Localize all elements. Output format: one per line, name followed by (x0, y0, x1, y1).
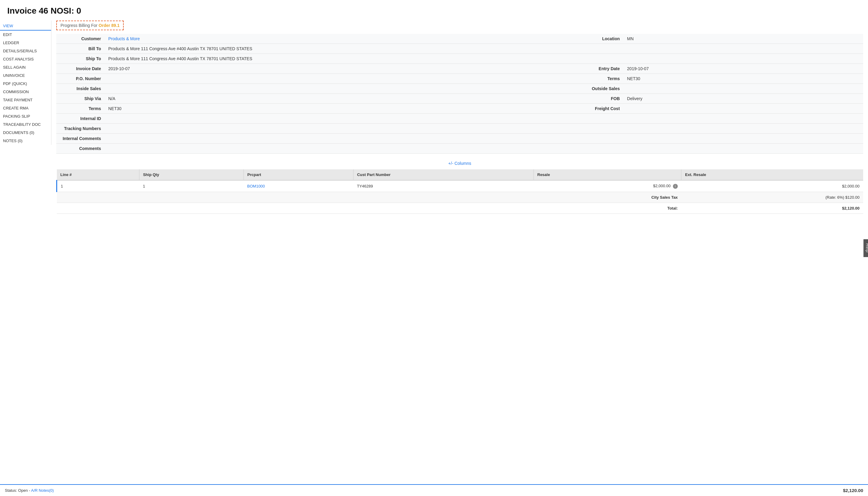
sales-row: Inside Sales Outside Sales (56, 84, 863, 94)
sidebar: VIEWEDITLEDGERDETAILS/SERIALSCOST ANALYS… (0, 20, 51, 496)
total-label: Total: (533, 203, 681, 214)
comments-label: Comments (56, 144, 105, 154)
fob-label: FOB (584, 94, 623, 104)
sidebar-item-create-rma[interactable]: CREATE RMA (0, 104, 51, 112)
col-header-line: Line # (57, 169, 139, 180)
cell-prcpart[interactable]: BOM1000 (244, 180, 353, 192)
po-number-row: P.O. Number Terms NET30 (56, 74, 863, 84)
ship-to-row: Ship To Products & More 111 Congress Ave… (56, 54, 863, 64)
tracking-numbers-value (105, 124, 863, 134)
ship-via-label: Ship Via (56, 94, 105, 104)
bill-to-label: Bill To (56, 44, 105, 54)
outside-sales-label: Outside Sales (584, 84, 623, 94)
sidebar-item-uninvoice[interactable]: UNINVOICE (0, 72, 51, 79)
col-header-resale: Resale (533, 169, 681, 180)
sidebar-item-pdf-quick[interactable]: PDF (QUICK) (0, 79, 51, 88)
internal-id-label: Internal ID (56, 114, 105, 124)
outside-sales-value (623, 84, 863, 94)
total-spacer (57, 203, 534, 214)
page-title: Invoice 46 NOSI: 0 (0, 0, 868, 20)
total-row: Total: $2,120.00 (57, 203, 864, 214)
tax-row: City Sales Tax (Rate: 6%) $120.00 (57, 192, 864, 203)
customer-label: Customer (56, 34, 105, 44)
invoice-date-label: Invoice Date (56, 64, 105, 74)
resale-info-icon[interactable]: i (673, 184, 678, 189)
cell-ext_resale: $2,000.00 (681, 180, 863, 192)
bill-to-value: Products & More 111 Congress Ave #400 Au… (105, 44, 863, 54)
col-header-prcpart: Prcpart (244, 169, 353, 180)
city-sales-tax-value: (Rate: 6%) $120.00 (681, 192, 863, 203)
freight-cost-value (623, 104, 863, 114)
customer-value[interactable]: Products & More (105, 34, 584, 44)
terms-label-right: Terms (584, 74, 623, 84)
ship-to-label: Ship To (56, 54, 105, 64)
terms-value: NET30 (105, 104, 584, 114)
internal-id-value (105, 114, 863, 124)
table-header-row: Line #Ship QtyPrcpartCust Part NumberRes… (57, 169, 864, 180)
help-tab[interactable]: Help (864, 239, 868, 257)
col-header-cust_part_number: Cust Part Number (353, 169, 533, 180)
total-value: $2,120.00 (681, 203, 863, 214)
po-number-value (105, 74, 584, 84)
terms-value-right: NET30 (623, 74, 863, 84)
sidebar-item-details-serials[interactable]: DETAILS/SERIALS (0, 47, 51, 55)
ship-via-row: Ship Via N/A FOB Delivery (56, 94, 863, 104)
footer-bar: Status: Open - A/R Notes(0) $2,120.00 (0, 484, 868, 496)
sidebar-item-packing-slip[interactable]: PACKING SLIP (0, 112, 51, 120)
sidebar-item-commission[interactable]: COMMISSION (0, 88, 51, 96)
terms-label: Terms (56, 104, 105, 114)
comments-value (105, 144, 863, 154)
sidebar-item-sell-again[interactable]: SELL AGAIN (0, 63, 51, 72)
col-header-ship_qty: Ship Qty (139, 169, 244, 180)
line-items-table: Line #Ship QtyPrcpartCust Part NumberRes… (56, 169, 863, 214)
main-content: Progress Billing For Order 89.1 Customer… (51, 20, 868, 496)
terms-row: Terms NET30 Freight Cost (56, 104, 863, 114)
progress-billing-prefix: Progress Billing For (61, 23, 97, 28)
internal-id-row: Internal ID (56, 114, 863, 124)
invoice-date-value: 2019-10-07 (105, 64, 584, 74)
location-value: MN (623, 34, 863, 44)
status-label: Status: Open (5, 488, 28, 493)
ship-to-value: Products & More 111 Congress Ave #400 Au… (105, 54, 863, 64)
sidebar-item-cost-analysis[interactable]: COST ANALYSIS (0, 55, 51, 63)
sidebar-item-take-payment[interactable]: TAKE PAYMENT (0, 96, 51, 104)
po-number-label: P.O. Number (56, 74, 105, 84)
sidebar-item-view[interactable]: VIEW (0, 22, 51, 31)
location-label: Location (584, 34, 623, 44)
city-sales-tax-label: City Sales Tax (533, 192, 681, 203)
columns-toggle[interactable]: +/- Columns (56, 158, 863, 168)
comments-row: Comments (56, 144, 863, 154)
invoice-info-table: Customer Products & More Location MN Bil… (56, 34, 863, 154)
tracking-numbers-label: Tracking Numbers (56, 124, 105, 134)
footer-total: $2,120.00 (843, 488, 863, 493)
footer-separator: - (29, 488, 31, 493)
progress-billing-banner: Progress Billing For Order 89.1 (56, 20, 124, 30)
sidebar-item-ledger[interactable]: LEDGER (0, 39, 51, 47)
inside-sales-label: Inside Sales (56, 84, 105, 94)
inside-sales-value (105, 84, 584, 94)
invoice-date-row: Invoice Date 2019-10-07 Entry Date 2019-… (56, 64, 863, 74)
footer-status: Status: Open - A/R Notes(0) (5, 488, 54, 493)
sidebar-item-traceability-doc[interactable]: TRACEABILITY DOC (0, 120, 51, 128)
col-header-ext_resale: Ext. Resale (681, 169, 863, 180)
cell-line: 1 (57, 180, 139, 192)
bill-to-row: Bill To Products & More 111 Congress Ave… (56, 44, 863, 54)
internal-comments-value (105, 134, 863, 144)
freight-cost-label: Freight Cost (584, 104, 623, 114)
customer-row: Customer Products & More Location MN (56, 34, 863, 44)
internal-comments-label: Internal Comments (56, 134, 105, 144)
sidebar-item-notes[interactable]: NOTES (0) (0, 137, 51, 145)
tracking-numbers-row: Tracking Numbers (56, 124, 863, 134)
table-row: 11BOM1000TY46289$2,000.00 i$2,000.00 (57, 180, 864, 192)
sidebar-item-documents[interactable]: DOCUMENTS (0) (0, 128, 51, 137)
entry-date-label: Entry Date (584, 64, 623, 74)
ar-notes-link[interactable]: A/R Notes(0) (31, 488, 54, 493)
internal-comments-row: Internal Comments (56, 134, 863, 144)
ship-via-value: N/A (105, 94, 584, 104)
cell-cust_part_number: TY46289 (353, 180, 533, 192)
tax-spacer (57, 192, 534, 203)
progress-billing-link[interactable]: Order 89.1 (98, 23, 120, 28)
cell-ship_qty: 1 (139, 180, 244, 192)
entry-date-value: 2019-10-07 (623, 64, 863, 74)
sidebar-item-edit[interactable]: EDIT (0, 31, 51, 39)
